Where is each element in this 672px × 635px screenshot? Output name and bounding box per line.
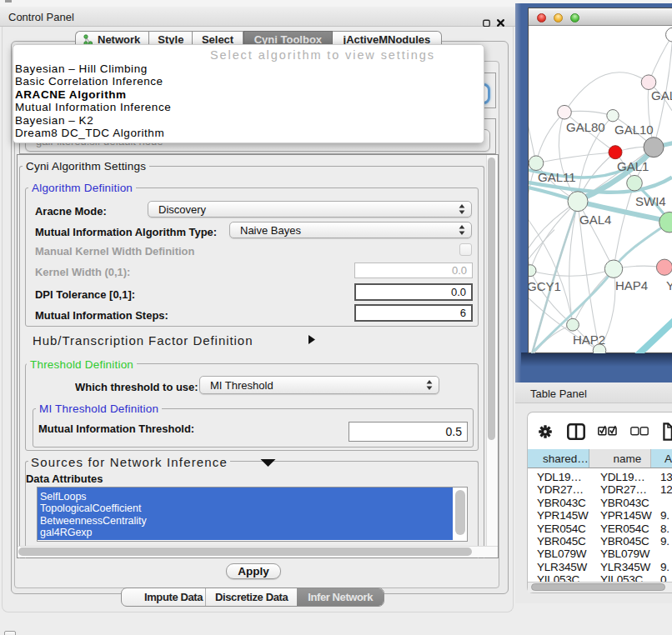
svg-text:HAP2: HAP2 (573, 332, 605, 347)
svg-text:GAL10: GAL10 (614, 122, 654, 137)
svg-text:GAL7: GAL7 (651, 88, 672, 102)
svg-text:GAL11: GAL11 (538, 170, 576, 184)
svg-text:GAL4: GAL4 (579, 212, 611, 227)
svg-text:HAP4: HAP4 (615, 278, 648, 292)
svg-text:GAL80: GAL80 (566, 120, 605, 134)
svg-text:Y: Y (666, 278, 672, 292)
svg-text:GCY1: GCY1 (529, 279, 561, 293)
svg-text:SWI4: SWI4 (635, 194, 666, 208)
svg-text:GAL1: GAL1 (617, 159, 649, 173)
